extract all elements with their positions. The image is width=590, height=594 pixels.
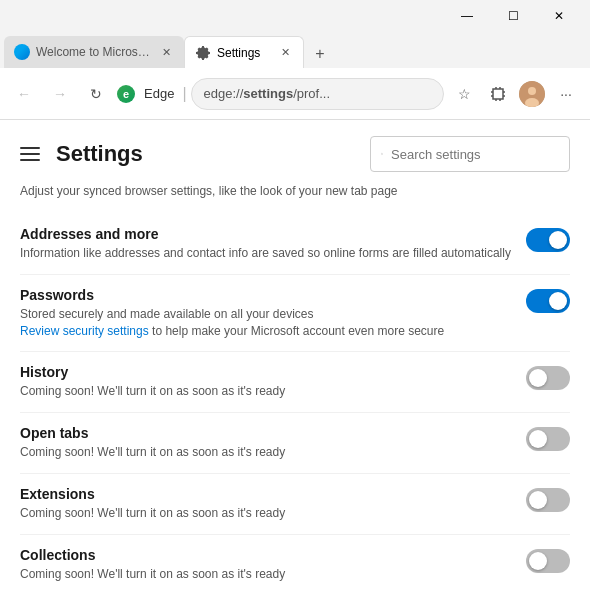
setting-row-history: History Coming soon! We'll turn it on as… [20, 352, 570, 413]
setting-desc-addresses: Information like addresses and contact i… [20, 245, 514, 262]
settings-tab-close[interactable]: ✕ [277, 45, 293, 61]
toggle-thumb-extensions [529, 491, 547, 509]
url-text: edge://settings/prof... [204, 86, 330, 101]
setting-label-addresses: Addresses and more [20, 226, 514, 242]
search-icon [381, 147, 383, 161]
toggle-collections[interactable] [526, 549, 570, 573]
toggle-thumb-passwords [549, 292, 567, 310]
toggle-thumb-open-tabs [529, 430, 547, 448]
setting-row-collections: Collections Coming soon! We'll turn it o… [20, 535, 570, 594]
welcome-favicon [14, 44, 30, 60]
setting-desc-history: Coming soon! We'll turn it on as soon as… [20, 383, 514, 400]
tab-welcome[interactable]: Welcome to Microsof... ✕ [4, 36, 184, 68]
avatar-icon[interactable] [516, 78, 548, 110]
search-box[interactable] [370, 136, 570, 172]
toggle-track-collections[interactable] [526, 549, 570, 573]
setting-row-addresses: Addresses and more Information like addr… [20, 214, 570, 275]
setting-label-history: History [20, 364, 514, 380]
tab-bar: Welcome to Microsof... ✕ Settings ✕ + [0, 32, 590, 68]
toolbar-icons: ☆ ··· [448, 78, 582, 110]
address-separator: | [182, 85, 186, 103]
toggle-track-addresses[interactable] [526, 228, 570, 252]
tab-settings[interactable]: Settings ✕ [184, 36, 304, 68]
setting-label-passwords: Passwords [20, 287, 514, 303]
setting-label-open-tabs: Open tabs [20, 425, 514, 441]
settings-header: Settings [0, 120, 590, 180]
welcome-tab-label: Welcome to Microsof... [36, 45, 152, 59]
setting-info-open-tabs: Open tabs Coming soon! We'll turn it on … [20, 425, 514, 461]
setting-row-open-tabs: Open tabs Coming soon! We'll turn it on … [20, 413, 570, 474]
hamburger-menu[interactable] [16, 140, 44, 168]
setting-desc-extensions: Coming soon! We'll turn it on as soon as… [20, 505, 514, 522]
url-bold: settings [243, 86, 293, 101]
close-button[interactable]: ✕ [536, 0, 582, 32]
more-menu-icon[interactable]: ··· [550, 78, 582, 110]
address-input[interactable]: edge://settings/prof... [191, 78, 444, 110]
new-tab-button[interactable]: + [304, 40, 336, 68]
sync-subtitle: Adjust your synced browser settings, lik… [20, 180, 570, 198]
toggle-track-extensions[interactable] [526, 488, 570, 512]
back-button[interactable]: ← [8, 78, 40, 110]
setting-desc-collections: Coming soon! We'll turn it on as soon as… [20, 566, 514, 583]
edge-logo: e [116, 84, 136, 104]
setting-row-extensions: Extensions Coming soon! We'll turn it on… [20, 474, 570, 535]
toggle-passwords[interactable] [526, 289, 570, 313]
forward-button[interactable]: → [44, 78, 76, 110]
settings-tab-label: Settings [217, 46, 271, 60]
favorites-star-icon[interactable]: ☆ [448, 78, 480, 110]
toggle-thumb-history [529, 369, 547, 387]
toggle-track-open-tabs[interactable] [526, 427, 570, 451]
maximize-button[interactable]: ☐ [490, 0, 536, 32]
edge-label: Edge [144, 86, 174, 101]
toggle-extensions[interactable] [526, 488, 570, 512]
svg-text:e: e [123, 88, 129, 100]
toggle-history[interactable] [526, 366, 570, 390]
settings-content: Adjust your synced browser settings, lik… [0, 180, 590, 594]
toggle-track-passwords[interactable] [526, 289, 570, 313]
refresh-button[interactable]: ↻ [80, 78, 112, 110]
svg-point-5 [381, 153, 382, 154]
setting-row-passwords: Passwords Stored securely and made avail… [20, 275, 570, 353]
settings-favicon [195, 45, 211, 61]
setting-info-passwords: Passwords Stored securely and made avail… [20, 287, 514, 340]
address-bar: ← → ↻ e Edge | edge://settings/prof... ☆ [0, 68, 590, 120]
setting-label-extensions: Extensions [20, 486, 514, 502]
toggle-thumb-addresses [549, 231, 567, 249]
minimize-button[interactable]: — [444, 0, 490, 32]
toggle-track-history[interactable] [526, 366, 570, 390]
setting-link-passwords[interactable]: Review security settings [20, 324, 149, 338]
setting-info-addresses: Addresses and more Information like addr… [20, 226, 514, 262]
setting-info-history: History Coming soon! We'll turn it on as… [20, 364, 514, 400]
setting-desc-passwords: Stored securely and made available on al… [20, 306, 514, 340]
setting-info-extensions: Extensions Coming soon! We'll turn it on… [20, 486, 514, 522]
settings-page: Settings Adjust your synced browser sett… [0, 120, 590, 594]
user-avatar [519, 81, 545, 107]
toggle-addresses[interactable] [526, 228, 570, 252]
search-input[interactable] [391, 147, 559, 162]
svg-point-3 [528, 87, 536, 95]
svg-line-6 [382, 154, 383, 155]
toggle-open-tabs[interactable] [526, 427, 570, 451]
settings-rows: Addresses and more Information like addr… [20, 214, 570, 594]
toggle-thumb-collections [529, 552, 547, 570]
title-bar: — ☐ ✕ [0, 0, 590, 32]
collections-icon[interactable] [482, 78, 514, 110]
setting-desc-open-tabs: Coming soon! We'll turn it on as soon as… [20, 444, 514, 461]
welcome-tab-close[interactable]: ✕ [158, 44, 174, 60]
setting-info-collections: Collections Coming soon! We'll turn it o… [20, 547, 514, 583]
setting-label-collections: Collections [20, 547, 514, 563]
settings-title: Settings [56, 141, 358, 167]
